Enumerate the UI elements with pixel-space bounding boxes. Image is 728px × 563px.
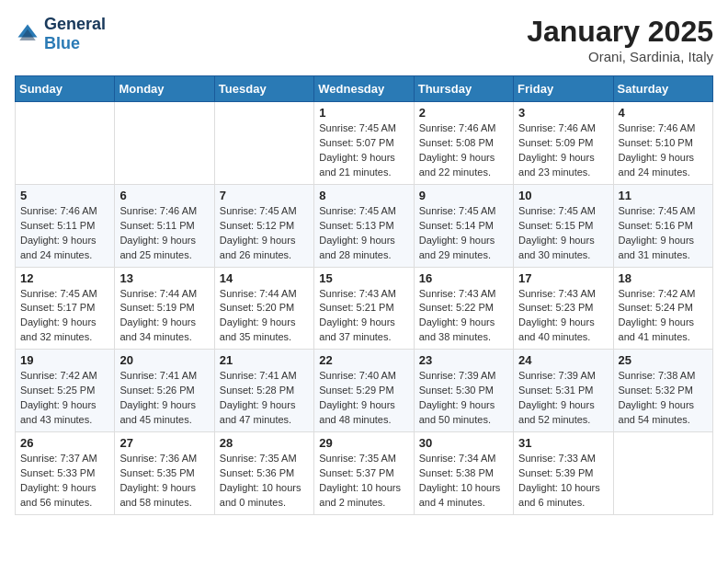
- calendar-cell: 1Sunrise: 7:45 AM Sunset: 5:07 PM Daylig…: [314, 102, 414, 185]
- logo-icon: [15, 21, 40, 47]
- page-header: General Blue January 2025 Orani, Sardini…: [15, 15, 713, 64]
- month-year-title: January 2025: [527, 15, 713, 49]
- day-number: 31: [518, 436, 608, 450]
- day-info: Sunrise: 7:34 AM Sunset: 5:38 PM Dayligh…: [419, 452, 508, 511]
- day-info: Sunrise: 7:45 AM Sunset: 5:17 PM Dayligh…: [20, 287, 109, 346]
- day-info: Sunrise: 7:43 AM Sunset: 5:23 PM Dayligh…: [518, 287, 608, 346]
- day-number: 13: [119, 271, 209, 285]
- day-info: Sunrise: 7:41 AM Sunset: 5:26 PM Dayligh…: [119, 369, 209, 428]
- weekday-header: Monday: [115, 76, 214, 102]
- calendar-cell: 31Sunrise: 7:33 AM Sunset: 5:39 PM Dayli…: [514, 432, 613, 515]
- calendar-cell: 4Sunrise: 7:46 AM Sunset: 5:10 PM Daylig…: [613, 102, 712, 185]
- calendar-week-row: 26Sunrise: 7:37 AM Sunset: 5:33 PM Dayli…: [16, 432, 713, 515]
- day-info: Sunrise: 7:36 AM Sunset: 5:35 PM Dayligh…: [119, 452, 209, 511]
- day-number: 5: [20, 189, 109, 202]
- calendar-week-row: 1Sunrise: 7:45 AM Sunset: 5:07 PM Daylig…: [16, 102, 713, 185]
- day-number: 22: [319, 353, 408, 367]
- day-number: 11: [619, 189, 708, 202]
- day-info: Sunrise: 7:46 AM Sunset: 5:11 PM Dayligh…: [119, 204, 209, 263]
- day-number: 3: [518, 106, 608, 120]
- calendar-cell: 22Sunrise: 7:40 AM Sunset: 5:29 PM Dayli…: [314, 350, 414, 432]
- calendar-cell: 12Sunrise: 7:45 AM Sunset: 5:17 PM Dayli…: [16, 267, 115, 350]
- day-info: Sunrise: 7:45 AM Sunset: 5:15 PM Dayligh…: [518, 204, 608, 263]
- weekday-header: Wednesday: [314, 76, 414, 102]
- logo-text-blue: Blue: [44, 34, 80, 52]
- day-number: 18: [619, 271, 708, 285]
- day-number: 26: [20, 436, 109, 450]
- calendar-week-row: 12Sunrise: 7:45 AM Sunset: 5:17 PM Dayli…: [16, 267, 713, 350]
- day-info: Sunrise: 7:46 AM Sunset: 5:10 PM Dayligh…: [619, 121, 708, 180]
- calendar-cell: 14Sunrise: 7:44 AM Sunset: 5:20 PM Dayli…: [214, 267, 313, 350]
- day-info: Sunrise: 7:43 AM Sunset: 5:22 PM Dayligh…: [419, 287, 508, 346]
- calendar-cell: 24Sunrise: 7:39 AM Sunset: 5:31 PM Dayli…: [514, 350, 613, 432]
- calendar-cell: 15Sunrise: 7:43 AM Sunset: 5:21 PM Dayli…: [314, 267, 414, 350]
- location-subtitle: Orani, Sardinia, Italy: [527, 49, 713, 64]
- day-info: Sunrise: 7:37 AM Sunset: 5:33 PM Dayligh…: [20, 452, 109, 511]
- day-number: 1: [319, 106, 408, 120]
- day-info: Sunrise: 7:44 AM Sunset: 5:19 PM Dayligh…: [119, 287, 209, 346]
- calendar-cell: 6Sunrise: 7:46 AM Sunset: 5:11 PM Daylig…: [115, 184, 214, 267]
- day-info: Sunrise: 7:39 AM Sunset: 5:30 PM Dayligh…: [419, 369, 508, 428]
- day-number: 21: [220, 353, 309, 367]
- calendar-cell: [214, 102, 313, 185]
- day-number: 8: [319, 189, 408, 202]
- day-number: 19: [20, 353, 109, 367]
- day-number: 30: [419, 436, 508, 450]
- calendar-cell: 29Sunrise: 7:35 AM Sunset: 5:37 PM Dayli…: [314, 432, 414, 515]
- day-info: Sunrise: 7:46 AM Sunset: 5:11 PM Dayligh…: [20, 204, 109, 263]
- day-info: Sunrise: 7:45 AM Sunset: 5:12 PM Dayligh…: [220, 204, 309, 263]
- calendar-cell: 3Sunrise: 7:46 AM Sunset: 5:09 PM Daylig…: [514, 102, 613, 185]
- day-number: 12: [20, 271, 109, 285]
- day-info: Sunrise: 7:44 AM Sunset: 5:20 PM Dayligh…: [220, 287, 309, 346]
- weekday-header: Saturday: [613, 76, 712, 102]
- day-number: 24: [518, 353, 608, 367]
- calendar-cell: 2Sunrise: 7:46 AM Sunset: 5:08 PM Daylig…: [414, 102, 513, 185]
- day-info: Sunrise: 7:45 AM Sunset: 5:14 PM Dayligh…: [419, 204, 508, 263]
- weekday-header: Friday: [514, 76, 613, 102]
- day-info: Sunrise: 7:33 AM Sunset: 5:39 PM Dayligh…: [518, 452, 608, 511]
- day-info: Sunrise: 7:46 AM Sunset: 5:09 PM Dayligh…: [518, 121, 608, 180]
- day-info: Sunrise: 7:35 AM Sunset: 5:36 PM Dayligh…: [220, 452, 309, 511]
- day-number: 10: [518, 189, 608, 202]
- day-info: Sunrise: 7:42 AM Sunset: 5:24 PM Dayligh…: [619, 287, 708, 346]
- calendar-cell: 13Sunrise: 7:44 AM Sunset: 5:19 PM Dayli…: [115, 267, 214, 350]
- calendar-cell: 8Sunrise: 7:45 AM Sunset: 5:13 PM Daylig…: [314, 184, 414, 267]
- day-number: 2: [419, 106, 508, 120]
- calendar-cell: 7Sunrise: 7:45 AM Sunset: 5:12 PM Daylig…: [214, 184, 313, 267]
- calendar-cell: 21Sunrise: 7:41 AM Sunset: 5:28 PM Dayli…: [214, 350, 313, 432]
- day-number: 6: [119, 189, 209, 202]
- day-number: 7: [220, 189, 309, 202]
- calendar-header-row: SundayMondayTuesdayWednesdayThursdayFrid…: [16, 76, 713, 102]
- day-number: 15: [319, 271, 408, 285]
- day-info: Sunrise: 7:45 AM Sunset: 5:07 PM Dayligh…: [319, 121, 408, 180]
- day-info: Sunrise: 7:46 AM Sunset: 5:08 PM Dayligh…: [419, 121, 508, 180]
- day-info: Sunrise: 7:38 AM Sunset: 5:32 PM Dayligh…: [619, 369, 708, 428]
- day-number: 4: [619, 106, 708, 120]
- title-section: January 2025 Orani, Sardinia, Italy: [527, 15, 713, 64]
- day-number: 14: [220, 271, 309, 285]
- calendar-cell: 9Sunrise: 7:45 AM Sunset: 5:14 PM Daylig…: [414, 184, 513, 267]
- calendar-week-row: 5Sunrise: 7:46 AM Sunset: 5:11 PM Daylig…: [16, 184, 713, 267]
- day-info: Sunrise: 7:39 AM Sunset: 5:31 PM Dayligh…: [518, 369, 608, 428]
- weekday-header: Tuesday: [214, 76, 313, 102]
- calendar-cell: [613, 432, 712, 515]
- day-number: 16: [419, 271, 508, 285]
- calendar-cell: 17Sunrise: 7:43 AM Sunset: 5:23 PM Dayli…: [514, 267, 613, 350]
- day-number: 20: [119, 353, 209, 367]
- day-info: Sunrise: 7:40 AM Sunset: 5:29 PM Dayligh…: [319, 369, 408, 428]
- calendar-table: SundayMondayTuesdayWednesdayThursdayFrid…: [15, 75, 713, 515]
- calendar-cell: 20Sunrise: 7:41 AM Sunset: 5:26 PM Dayli…: [115, 350, 214, 432]
- calendar-cell: 25Sunrise: 7:38 AM Sunset: 5:32 PM Dayli…: [613, 350, 712, 432]
- calendar-cell: 11Sunrise: 7:45 AM Sunset: 5:16 PM Dayli…: [613, 184, 712, 267]
- day-number: 9: [419, 189, 508, 202]
- day-info: Sunrise: 7:45 AM Sunset: 5:13 PM Dayligh…: [319, 204, 408, 263]
- weekday-header: Thursday: [414, 76, 513, 102]
- calendar-cell: 23Sunrise: 7:39 AM Sunset: 5:30 PM Dayli…: [414, 350, 513, 432]
- day-info: Sunrise: 7:42 AM Sunset: 5:25 PM Dayligh…: [20, 369, 109, 428]
- day-number: 27: [119, 436, 209, 450]
- calendar-cell: 16Sunrise: 7:43 AM Sunset: 5:22 PM Dayli…: [414, 267, 513, 350]
- logo: General Blue: [15, 15, 106, 53]
- calendar-cell: 10Sunrise: 7:45 AM Sunset: 5:15 PM Dayli…: [514, 184, 613, 267]
- calendar-cell: [115, 102, 214, 185]
- day-info: Sunrise: 7:45 AM Sunset: 5:16 PM Dayligh…: [619, 204, 708, 263]
